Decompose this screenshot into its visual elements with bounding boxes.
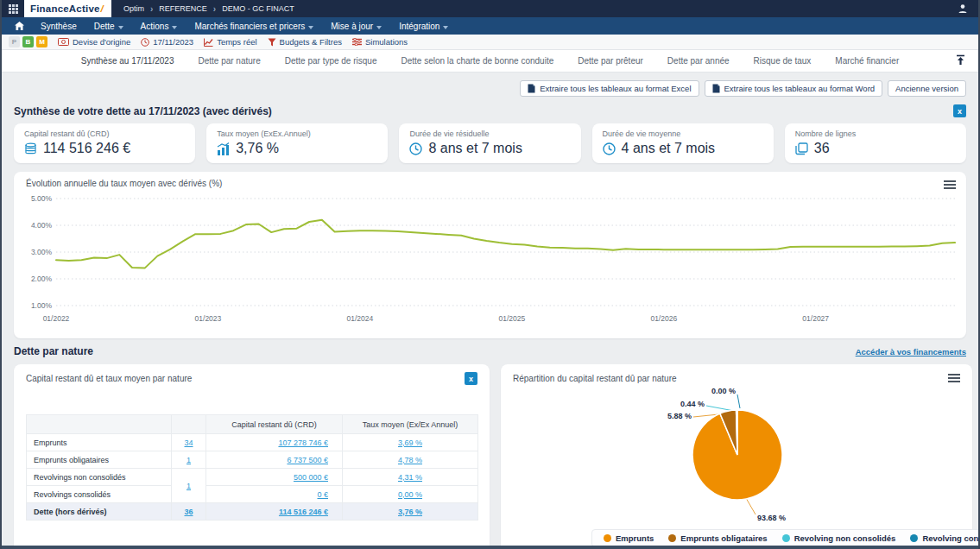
nav-item-dette[interactable]: Dette	[85, 17, 132, 35]
taux-link[interactable]: 4,31 %	[398, 473, 422, 482]
app-window: FinanceActive/ Optim › REFERENCE › DEMO …	[0, 0, 980, 549]
toolbar-badge[interactable]: B	[22, 36, 34, 47]
financements-link[interactable]: Accéder à vos financements	[856, 347, 966, 357]
chevron-down-icon	[443, 26, 448, 29]
kpi-value: 36	[814, 141, 830, 156]
count-link[interactable]: 1	[187, 456, 191, 464]
nav-item-mise-a-jour[interactable]: Mise à jour	[322, 17, 390, 35]
dette-panels: Capital restant dû et taux moyen par nat…	[14, 364, 966, 549]
repartition-pie-panel: Répartition du capital restant dû par na…	[501, 364, 972, 549]
taux-link[interactable]: 0,00 %	[398, 490, 422, 499]
clock-icon	[409, 142, 422, 155]
currency-icon	[58, 38, 69, 46]
chart-title: Évolution annuelle du taux moyen avec dé…	[26, 179, 954, 188]
table-row: Revolvings consolidés 0 € 0,00 %	[27, 486, 478, 503]
taux-link[interactable]: 3,69 %	[398, 439, 422, 447]
home-icon[interactable]	[7, 22, 32, 30]
date-button[interactable]: 17/11/2023	[141, 37, 193, 47]
export-word-button[interactable]: Extraire tous les tableaux au format Wor…	[705, 80, 883, 97]
section-title: Dette par nature	[14, 345, 93, 357]
excel-export-icon[interactable]: x	[953, 104, 966, 117]
user-icon[interactable]	[958, 3, 968, 14]
devise-origine-button[interactable]: Devise d'origine	[58, 37, 130, 47]
tab-risque-taux[interactable]: Risque de taux	[742, 56, 824, 66]
pie-slice-label: 0.00 %	[698, 387, 736, 395]
scroll-to-top-icon[interactable]	[955, 54, 966, 67]
kpi-value: 114 516 246 €	[43, 141, 130, 156]
report-tabs: Synthèse au 17/11/2023 Dette par nature …	[2, 50, 978, 73]
crd-link[interactable]: 6 737 500 €	[287, 456, 328, 464]
svg-text:01/2027: 01/2027	[802, 314, 829, 323]
panel-title: Répartition du capital restant dû par na…	[513, 374, 677, 383]
apps-grid-icon[interactable]	[2, 0, 24, 17]
nav-item-marches[interactable]: Marchés financiers et pricers	[186, 17, 322, 35]
legend-dot	[604, 534, 611, 542]
col-header-taux: Taux moyen (Ex/Ex Annuel)	[343, 415, 478, 434]
kpi-value: 4 ans et 7 mois	[622, 141, 716, 156]
svg-text:4.00%: 4.00%	[31, 221, 53, 230]
budgets-filtres-button[interactable]: Budgets & Filtres	[268, 37, 342, 47]
svg-text:01/2024: 01/2024	[347, 314, 374, 323]
simulations-button[interactable]: Simulations	[352, 37, 408, 47]
pie-slice-label: 93.68 %	[757, 514, 795, 522]
breadcrumb-item[interactable]: REFERENCE	[159, 4, 207, 13]
tab-dette-preteur[interactable]: Dette par prêteur	[566, 56, 655, 66]
count-link[interactable]: 36	[184, 508, 193, 516]
old-version-button[interactable]: Ancienne version	[888, 80, 966, 97]
tab-dette-charte[interactable]: Dette selon la charte de bonne conduite	[389, 56, 566, 66]
tab-synthese[interactable]: Synthèse au 17/11/2023	[69, 56, 187, 66]
tab-dette-annee[interactable]: Dette par année	[655, 56, 742, 66]
kpi-card-nombre-lignes: Nombre de lignes 36	[785, 123, 966, 163]
pages-icon	[795, 142, 808, 155]
legend-item-emprunts[interactable]: Emprunts	[604, 533, 654, 543]
svg-text:01/2022: 01/2022	[43, 314, 70, 323]
chart-menu-icon[interactable]	[944, 179, 956, 191]
count-link[interactable]: 1	[187, 482, 191, 490]
legend-item-revolving-consolides[interactable]: Revolving consolidés	[910, 533, 980, 543]
svg-text:2.00%: 2.00%	[31, 274, 53, 283]
table-row: Revolvings non consolidés 1 500 000 € 4,…	[27, 469, 478, 486]
svg-text:01/2025: 01/2025	[498, 314, 525, 323]
tab-dette-par-nature[interactable]: Dette par nature	[186, 56, 272, 66]
crd-link[interactable]: 107 278 746 €	[278, 439, 328, 447]
logo[interactable]: FinanceActive/	[24, 0, 111, 17]
excel-export-icon[interactable]: x	[465, 372, 477, 385]
export-excel-button[interactable]: Extraire tous les tableaux au format Exc…	[520, 80, 699, 97]
breadcrumb-item[interactable]: DEMO - GC FINACT	[222, 4, 294, 13]
crd-link[interactable]: 0 €	[317, 490, 328, 499]
taux-link[interactable]: 4,78 %	[398, 456, 422, 464]
legend-dot	[668, 534, 676, 542]
export-row: Extraire tous les tableaux au format Exc…	[14, 73, 966, 97]
crd-link[interactable]: 114 516 246 €	[279, 508, 328, 516]
page-content: Extraire tous les tableaux au format Exc…	[2, 73, 978, 549]
taux-link[interactable]: 3,76 %	[398, 508, 422, 516]
kpi-cards: Capital restant dû (CRD) 114 516 246 € T…	[14, 123, 966, 163]
crd-link[interactable]: 500 000 €	[294, 473, 328, 482]
chart-menu-icon[interactable]	[948, 372, 960, 384]
tab-marche-financier[interactable]: Marché financier	[823, 56, 911, 66]
toolbar-badge[interactable]: P	[9, 36, 20, 47]
crd-taux-table-panel: Capital restant dû et taux moyen par nat…	[14, 364, 490, 549]
pie-slice-label: 5.88 %	[654, 412, 692, 420]
pie-chart	[513, 386, 960, 549]
breadcrumb-item[interactable]: Optim	[123, 4, 144, 13]
file-icon	[712, 84, 720, 93]
tab-dette-type-risque[interactable]: Dette par type de risque	[273, 56, 389, 66]
topbar: FinanceActive/ Optim › REFERENCE › DEMO …	[2, 0, 978, 17]
kpi-card-duree-moyenne: Durée de vie moyenne 4 ans et 7 mois	[592, 123, 774, 163]
temps-reel-button[interactable]: Temps réel	[204, 37, 256, 47]
file-icon	[528, 84, 535, 93]
nav-item-integration[interactable]: Intégration	[390, 17, 457, 35]
dette-section-header: Dette par nature Accéder à vos financeme…	[14, 345, 966, 357]
count-link[interactable]: 34	[184, 439, 193, 447]
nav-item-actions[interactable]: Actions	[132, 17, 187, 35]
nav-item-synthese[interactable]: Synthèse	[32, 17, 85, 35]
line-chart: 5.00%4.00%3.00%2.00%1.00%01/202201/20230…	[26, 190, 958, 332]
svg-text:01/2023: 01/2023	[195, 314, 222, 323]
pie-slice-label: 0.44 %	[667, 400, 705, 408]
legend-item-emprunts-obligataires[interactable]: Emprunts obligataires	[668, 533, 767, 543]
legend-dot	[910, 534, 918, 542]
section-title: Synthèse de votre dette au 17/11/2023 (a…	[14, 105, 272, 117]
legend-item-revolving-non-consolides[interactable]: Revolving non consolidés	[782, 533, 896, 543]
toolbar-badge[interactable]: M	[36, 36, 47, 47]
